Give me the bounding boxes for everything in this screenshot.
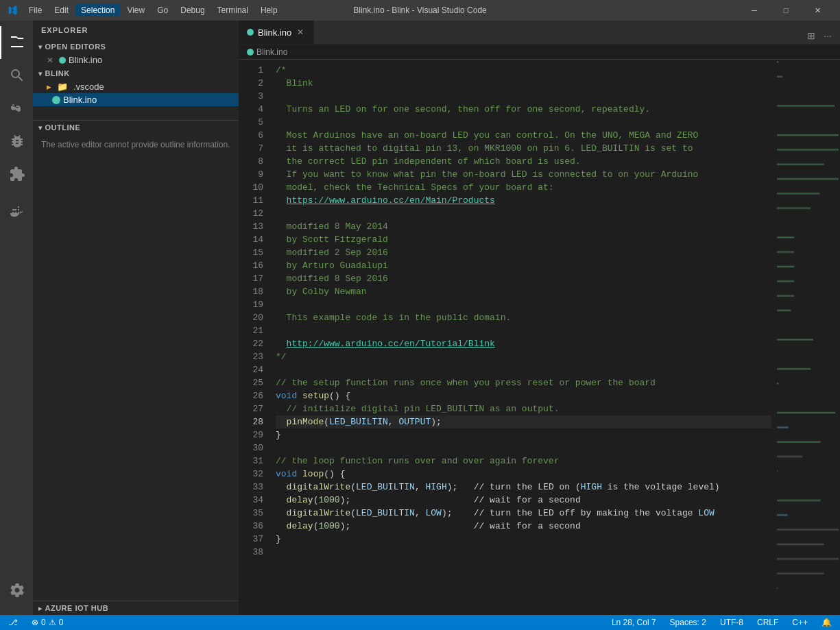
activity-search-icon[interactable]	[0, 59, 33, 92]
blink-folder-header[interactable]: ▾ BLINK	[33, 66, 239, 80]
menu-edit[interactable]: Edit	[49, 4, 74, 16]
menu-debug[interactable]: Debug	[175, 4, 210, 16]
activity-docker-icon[interactable]	[0, 196, 33, 229]
file-icon	[59, 57, 66, 64]
blink-arrow: ▾	[38, 70, 43, 77]
code-line: delay(1000); // wait for a second	[276, 520, 771, 533]
line-number: 25	[245, 376, 263, 389]
activity-explorer-icon[interactable]	[0, 26, 33, 59]
minimap-canvas	[771, 60, 840, 615]
code-line: modified 2 Sep 2016	[276, 246, 771, 259]
status-notifications[interactable]: 🔔	[819, 618, 835, 627]
code-line: Blink	[276, 77, 771, 90]
menu-file[interactable]: File	[23, 4, 47, 16]
code-line	[276, 90, 771, 103]
line-number: 35	[245, 507, 263, 520]
open-editor-blink[interactable]: ✕ Blink.ino	[33, 53, 239, 66]
minimize-button[interactable]: ─	[739, 0, 770, 21]
encoding-label: UTF-8	[720, 618, 743, 627]
activity-debug-icon[interactable]	[0, 125, 33, 158]
activity-git-icon[interactable]	[0, 92, 33, 125]
menu-help[interactable]: Help	[255, 4, 283, 16]
line-number: 9	[245, 168, 263, 181]
azure-header[interactable]: ▸ AZURE IOT HUB	[33, 601, 239, 615]
activity-extensions-icon[interactable]	[0, 158, 33, 191]
tab-close-icon[interactable]: ✕	[296, 26, 305, 38]
more-actions-icon[interactable]: ···	[821, 27, 835, 44]
vscode-folder-item[interactable]: ▸ 📁 .vscode	[33, 80, 239, 93]
outline-header[interactable]: ▾ OUTLINE	[33, 121, 239, 134]
code-line	[276, 207, 771, 220]
window-title: Blink.ino - Blink - Visual Studio Code	[353, 5, 487, 15]
line-number: 32	[245, 468, 263, 481]
maximize-button[interactable]: □	[770, 0, 802, 21]
window-controls: ─ □ ✕	[739, 0, 833, 21]
title-bar-left: File Edit Selection View Go Debug Termin…	[7, 4, 283, 16]
line-number: 27	[245, 402, 263, 415]
code-lines[interactable]: /* Blink Turns an LED on for one second,…	[270, 60, 771, 615]
menu-terminal[interactable]: Terminal	[212, 4, 254, 16]
azure-label: AZURE IOT HUB	[45, 604, 109, 612]
bell-icon: 🔔	[821, 618, 832, 627]
status-encoding[interactable]: UTF-8	[717, 618, 746, 627]
editor-area: Blink.ino ✕ ⊞ ··· Blink.ino 123456789101…	[239, 21, 840, 615]
line-number: 26	[245, 389, 263, 402]
minimap	[771, 60, 840, 615]
code-line: /*	[276, 64, 771, 77]
code-line: If you want to know what pin the on-boar…	[276, 168, 771, 181]
line-number: 28	[245, 415, 263, 428]
error-icon: ⊗	[32, 618, 38, 627]
open-editors-header[interactable]: ▾ OPEN EDITORS	[33, 40, 239, 53]
blink-ino-file-item[interactable]: Blink.ino	[33, 93, 239, 106]
activity-settings-icon[interactable]	[0, 574, 33, 609]
outline-section: ▾ OUTLINE The active editor cannot provi…	[33, 120, 239, 155]
line-number: 31	[245, 455, 263, 468]
split-editor-icon[interactable]: ⊞	[804, 27, 818, 44]
status-branch[interactable]: ⎇	[5, 618, 21, 627]
line-number: 33	[245, 481, 263, 494]
code-line: by Colby Newman	[276, 285, 771, 298]
code-wrapper: 1234567891011121314151617181920212223242…	[239, 60, 840, 615]
menu-selection[interactable]: Selection	[75, 4, 120, 16]
line-number: 38	[245, 546, 263, 559]
line-number: 29	[245, 428, 263, 441]
line-number: 36	[245, 520, 263, 533]
line-number: 10	[245, 181, 263, 194]
line-number: 13	[245, 220, 263, 233]
code-line: This example code is in the public domai…	[276, 311, 771, 324]
code-line: // the setup function runs once when you…	[276, 376, 771, 389]
code-line: digitalWrite(LED_BUILTIN, LOW); // turn …	[276, 507, 771, 520]
status-spaces[interactable]: Spaces: 2	[667, 618, 709, 627]
line-number: 14	[245, 233, 263, 246]
menu-view[interactable]: View	[121, 4, 150, 16]
line-number: 23	[245, 350, 263, 363]
status-bar: ⎇ ⊗ 0 ⚠ 0 Ln 28, Col 7 Spaces: 2 UTF-8 C…	[0, 615, 840, 630]
breadcrumb-filename: Blink.ino	[256, 47, 287, 57]
status-position[interactable]: Ln 28, Col 7	[609, 618, 659, 627]
line-number: 8	[245, 155, 263, 168]
code-line: Turns an LED on for one second, then off…	[276, 103, 771, 116]
tab-blink-ino[interactable]: Blink.ino ✕	[239, 21, 314, 44]
code-line	[276, 324, 771, 337]
azure-section: ▸ AZURE IOT HUB	[33, 601, 239, 615]
menu-bar: File Edit Selection View Go Debug Termin…	[23, 4, 283, 16]
status-language[interactable]: C++	[789, 618, 811, 627]
breadcrumb-file-icon	[247, 49, 254, 56]
tab-bar-actions: ⊞ ···	[804, 27, 840, 44]
status-line-ending[interactable]: CRLF	[754, 618, 781, 627]
status-errors[interactable]: ⊗ 0 ⚠ 0	[29, 618, 66, 627]
menu-go[interactable]: Go	[152, 4, 173, 16]
code-area[interactable]: 1234567891011121314151617181920212223242…	[239, 60, 771, 615]
code-line: the correct LED pin independent of which…	[276, 155, 771, 168]
activity-bar	[0, 21, 33, 615]
code-line	[276, 441, 771, 455]
close-icon[interactable]: ✕	[47, 56, 53, 65]
warning-count: 0	[59, 618, 64, 627]
vscode-folder-name: .vscode	[73, 82, 104, 92]
code-line	[276, 116, 771, 129]
close-button[interactable]: ✕	[802, 0, 833, 21]
code-line: void loop() {	[276, 468, 771, 481]
code-line: delay(1000); // wait for a second	[276, 494, 771, 507]
outline-arrow: ▾	[38, 124, 43, 132]
folder-icon: 📁	[57, 82, 68, 92]
